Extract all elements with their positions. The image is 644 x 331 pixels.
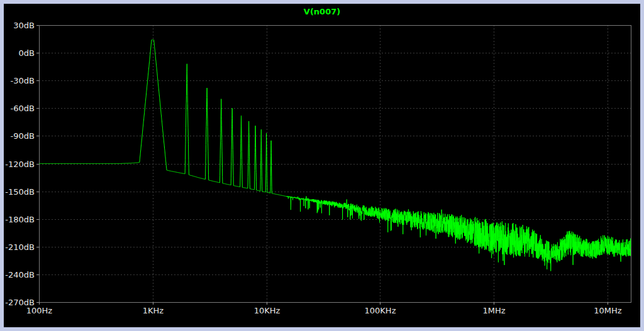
- trace-title: V(n007): [4, 7, 640, 16]
- y-tick-label: -120dB: [5, 160, 35, 169]
- y-tick-label: 0dB: [19, 48, 35, 58]
- y-tick-label: -30dB: [11, 76, 35, 85]
- y-tick-label: -180dB: [5, 215, 35, 224]
- x-tick-label: 1KHz: [143, 306, 164, 315]
- y-tick-label: 30dB: [13, 21, 35, 30]
- x-tick-label: 100KHz: [365, 306, 396, 315]
- y-tick-label: -240dB: [5, 270, 35, 279]
- y-tick-label: -150dB: [5, 187, 35, 197]
- y-tick-label: -210dB: [5, 242, 35, 252]
- x-tick-label: 1MHz: [482, 306, 505, 315]
- plot-pane[interactable]: V(n007) 30dB0dB-30dB-60dB-90dB-120dB-150…: [4, 4, 640, 327]
- fft-plot[interactable]: 30dB0dB-30dB-60dB-90dB-120dB-150dB-180dB…: [4, 4, 640, 327]
- fft-trace: [39, 40, 631, 271]
- y-tick-label: -90dB: [11, 131, 35, 141]
- x-tick-label: 10MHz: [594, 306, 622, 315]
- x-tick-label: 10KHz: [254, 306, 280, 315]
- y-tick-label: -60dB: [11, 104, 35, 113]
- x-tick-label: 100Hz: [26, 306, 53, 315]
- plot-window: V(n007) 30dB0dB-30dB-60dB-90dB-120dB-150…: [0, 0, 644, 331]
